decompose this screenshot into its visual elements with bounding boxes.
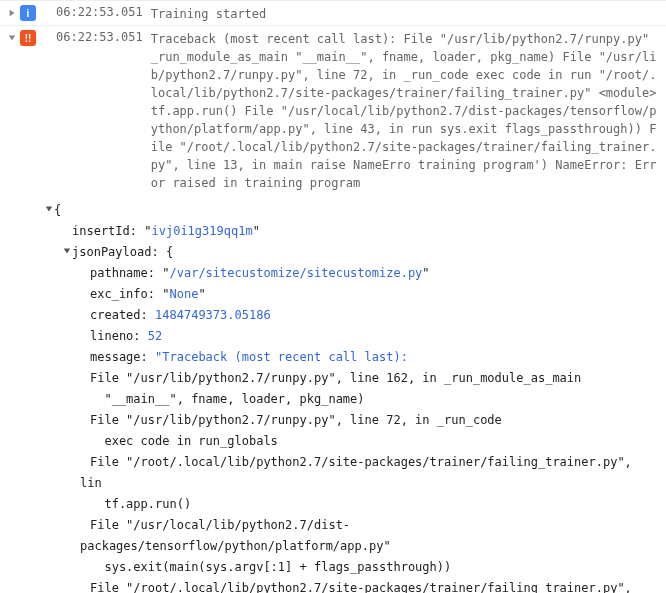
severity-error-icon: !! — [20, 30, 36, 46]
log-row: !! 06:22:53.051 Traceback (most recent c… — [0, 25, 666, 194]
traceback-line: File "/root/.local/lib/python2.7/site-pa… — [44, 578, 656, 593]
traceback-line: File "/root/.local/lib/python2.7/site-pa… — [44, 452, 656, 494]
log-gutter: i — [0, 3, 56, 21]
traceback-line: sys.exit(main(sys.argv[:1] + flags_passt… — [44, 557, 656, 578]
log-message[interactable]: Training started — [151, 3, 666, 23]
traceback-line: File "/usr/lib/python2.7/runpy.py", line… — [44, 410, 656, 431]
traceback-line: File "/usr/local/lib/python2.7/dist-pack… — [44, 515, 656, 557]
log-timestamp: 06:22:53.051 — [56, 28, 151, 44]
traceback-line: tf.app.run() — [44, 494, 656, 515]
traceback-line: exec code in run_globals — [44, 431, 656, 452]
json-field-message[interactable]: message: "Traceback (most recent call la… — [44, 347, 656, 368]
expand-toggle-icon[interactable] — [6, 32, 18, 44]
json-field-insertid[interactable]: insertId: "ivj0i1g319qq1m" — [44, 221, 656, 242]
json-open-brace: { — [44, 200, 656, 221]
severity-info-icon: i — [20, 5, 36, 21]
log-message[interactable]: Traceback (most recent call last): File … — [151, 28, 666, 192]
traceback-line: "__main__", fname, loader, pkg_name) — [44, 389, 656, 410]
json-field-lineno[interactable]: lineno: 52 — [44, 326, 656, 347]
traceback-line: File "/usr/lib/python2.7/runpy.py", line… — [44, 368, 656, 389]
json-field-jsonpayload[interactable]: jsonPayload: { — [44, 242, 656, 263]
log-gutter: !! — [0, 28, 56, 46]
expand-toggle-icon[interactable] — [6, 7, 18, 19]
chevron-down-icon[interactable] — [62, 242, 72, 263]
json-field-excinfo[interactable]: exc_info: "None" — [44, 284, 656, 305]
json-field-pathname[interactable]: pathname: "/var/sitecustomize/sitecustom… — [44, 263, 656, 284]
expanded-log-json: { insertId: "ivj0i1g319qq1m" jsonPayload… — [0, 194, 666, 593]
log-row: i 06:22:53.051 Training started — [0, 0, 666, 25]
log-timestamp: 06:22:53.051 — [56, 3, 151, 19]
json-field-created[interactable]: created: 1484749373.05186 — [44, 305, 656, 326]
chevron-down-icon[interactable] — [44, 200, 54, 221]
